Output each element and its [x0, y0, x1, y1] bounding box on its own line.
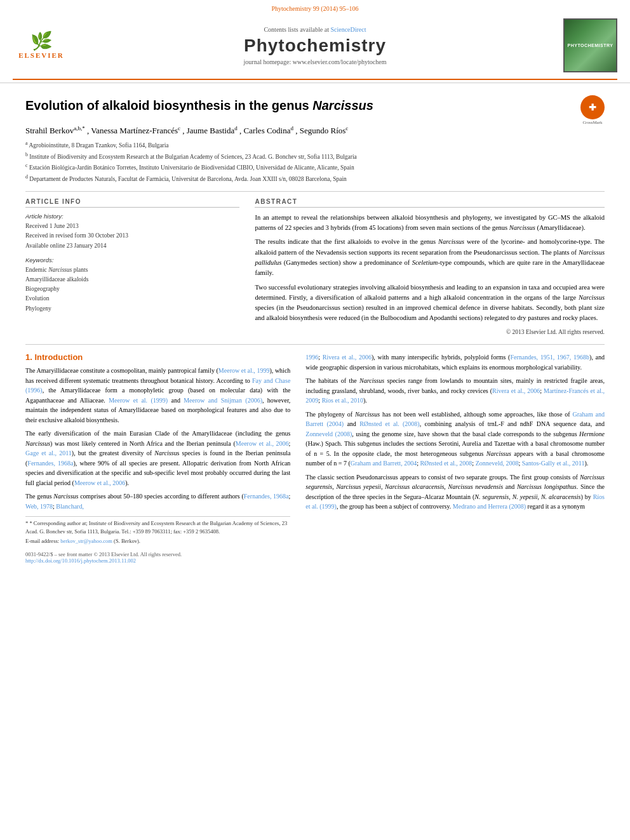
abstract-col: ABSTRACT In an attempt to reveal the rel… — [255, 198, 605, 337]
elsevier-logo-area: 🌿 ELSEVIER — [13, 30, 89, 62]
intro-right-para-2: The habitats of the Narcissus species ra… — [305, 376, 605, 406]
keyword-2: Amaryillidaceae alkaloids — [25, 275, 239, 284]
contents-line: Contents lists available at ScienceDirec… — [89, 26, 541, 33]
cover-image: PHYTOCHEMISTRY — [563, 18, 617, 72]
article-body: Evolution of alkaloid biosynthesis in th… — [0, 83, 630, 570]
abstract-para-1: In an attempt to reveal the relationship… — [255, 213, 605, 234]
article-info-header: ARTICLE INFO — [25, 198, 239, 208]
ref-meerow1999[interactable]: Meerow et al., 1999 — [218, 367, 270, 374]
ref-zonneveld2008b[interactable]: Zonneveld, 2008 — [476, 460, 519, 467]
footer-copyright: 0031-9422/$ – see front matter © 2013 El… — [25, 551, 290, 557]
abstract-header: ABSTRACT — [255, 198, 605, 208]
intro-para-2: The early diversification of the main Eu… — [25, 429, 290, 488]
intro-left-col: 1. Introduction The Amaryillidaceae cons… — [25, 352, 290, 564]
doi-link[interactable]: http://dx.doi.org/10.1016/j.phytochem.20… — [25, 557, 136, 564]
keyword-1: Endemic Narcissus plants — [25, 265, 239, 275]
ref-fay1996[interactable]: Fay and Chase (1996) — [25, 377, 290, 394]
footnote-star: * * Corresponding author at; Institute o… — [25, 519, 290, 535]
ref-meerow1999b[interactable]: Meerow et al. (1999) — [109, 397, 168, 404]
ref-fernandes-poly[interactable]: Fernandes, 1951, 1967, 1968b — [510, 354, 589, 361]
ref-blanchard[interactable]: Blanchard, — [56, 503, 84, 510]
affiliation-d: d Departament de Productes Naturals, Fac… — [25, 173, 605, 183]
intro-right-para-4: The classic section Pseudonarcissus appe… — [305, 472, 605, 512]
journal-name: Phytochemistry — [89, 36, 541, 56]
journal-header: Phytochemistry 99 (2014) 95–106 🌿 ELSEVI… — [0, 0, 630, 83]
ref-meerow2006[interactable]: Meerow and Snijman (2006) — [184, 397, 262, 404]
section-divider — [25, 344, 605, 345]
authors-line: Strahil Berkova,b,* , Vanessa Martínez-F… — [25, 125, 605, 136]
ref-santos2011[interactable]: Santos-Gally et al., 2011 — [522, 460, 585, 467]
title-section: Evolution of alkaloid biosynthesis in th… — [25, 90, 605, 192]
journal-title-area: Contents lists available at ScienceDirec… — [89, 26, 541, 65]
abstract-para-3: Two successful evolutionary strategies i… — [255, 283, 605, 324]
ref-rios2010[interactable]: Ríos et al., 2010 — [322, 397, 363, 404]
copyright-line: © 2013 Elsevier Ltd. All rights reserved… — [255, 328, 605, 337]
ref-zonneveld2008[interactable]: Zonneveld (2008) — [305, 430, 352, 437]
affiliation-a: a Agrobioinstitute, 8 Dragan Tzankov, So… — [25, 140, 605, 150]
intro-para-3: The genus Narcissus comprises about 50–1… — [25, 491, 290, 511]
intro-heading: 1. Introduction — [25, 352, 290, 362]
abstract-text: In an attempt to reveal the relationship… — [255, 213, 605, 337]
footer-info: 0031-9422/$ – see front matter © 2013 El… — [25, 551, 290, 564]
ref-meerow2006b[interactable]: Meerow et al., 2006 — [236, 440, 289, 447]
ref-graham2004b[interactable]: Graham and Barrett, 2004 — [351, 460, 417, 467]
tree-icon: 🌿 — [30, 32, 53, 50]
info-abstract-section: ARTICLE INFO Article history: Received 1… — [25, 198, 605, 337]
ref-fernandes1968a[interactable]: Fernandes, 1968a — [27, 460, 73, 467]
intro-right-col: 1996; Rivera et al., 2006), with many in… — [305, 352, 605, 564]
introduction-section: 1. Introduction The Amaryillidaceae cons… — [25, 352, 605, 564]
ref-gage2011[interactable]: Gage et al., 2011 — [25, 450, 72, 457]
journal-homepage: journal homepage: www.elsevier.com/locat… — [89, 58, 541, 65]
intro-right-para-1: 1996; Rivera et al., 2006), with many in… — [305, 352, 605, 372]
ref-ronsted2008[interactable]: RØnsted et al. (2008) — [359, 420, 420, 427]
available-date: Available online 23 January 2014 — [25, 242, 239, 250]
ref-1996[interactable]: 1996 — [305, 354, 318, 361]
received-date: Received 1 June 2013 — [25, 222, 239, 230]
elsevier-label: ELSEVIER — [18, 51, 64, 59]
history-label: Article history: — [25, 213, 239, 220]
ref-rivera2006[interactable]: Rivera et al., 2006 — [323, 354, 372, 361]
ref-graham2004[interactable]: Graham and Barrett (2004) — [305, 411, 605, 428]
affiliation-c: c Estación Biológica-Jardín Botánico Tor… — [25, 162, 605, 172]
ref-rivera2006b[interactable]: Rivera et al., 2006 — [492, 387, 540, 394]
keyword-4: Evolution — [25, 294, 239, 303]
keyword-3: Biogeography — [25, 284, 239, 294]
intro-body-right: 1996; Rivera et al., 2006), with many in… — [305, 352, 605, 512]
elsevier-logo: 🌿 ELSEVIER — [13, 30, 70, 62]
affiliations: a Agrobioinstitute, 8 Dragan Tzankov, So… — [25, 140, 605, 183]
journal-top-line: Phytochemistry 99 (2014) 95–106 — [13, 5, 617, 12]
abstract-para-2: The results indicate that the first alka… — [255, 237, 605, 278]
keyword-5: Phylogeny — [25, 304, 239, 314]
ref-meerow2006c[interactable]: Meerow et al., 2006 — [74, 479, 125, 486]
intro-body-left: The Amaryillidaceae constitute a cosmopo… — [25, 366, 290, 511]
sciencedirect-link[interactable]: ScienceDirect — [330, 26, 366, 33]
footer-doi: http://dx.doi.org/10.1016/j.phytochem.20… — [25, 557, 290, 564]
article-title: Evolution of alkaloid biosynthesis in th… — [25, 98, 373, 113]
revised-date: Received in revised form 30 October 2013 — [25, 232, 239, 240]
ref-ronsted2008b[interactable]: RØnsted et al., 2008 — [420, 460, 472, 467]
ref-web1978[interactable]: Web, 1978 — [25, 503, 53, 510]
and-text: and — [596, 420, 605, 427]
phytochem-cover: PHYTOCHEMISTRY — [541, 18, 617, 72]
footnote-section: * * Corresponding author at; Institute o… — [25, 516, 290, 545]
footnote-email: E-mail address: berkov_str@yahoo.com (S.… — [25, 537, 290, 545]
keywords-label: Keywords: — [25, 257, 239, 263]
crossmark-badge: ✚ CrossMark — [580, 95, 605, 125]
intro-right-para-3: The phylogeny of Narcissus has not been … — [305, 410, 605, 469]
intro-para-1: The Amaryillidaceae constitute a cosmopo… — [25, 366, 290, 425]
affiliation-b: b Institute of Biodiversity and Ecosyste… — [25, 151, 605, 161]
email-link[interactable]: berkov_str@yahoo.com — [60, 538, 112, 544]
header-divider — [13, 79, 617, 80]
ref-fernandes1968b[interactable]: Fernandes, 1968a — [244, 493, 289, 500]
article-info-col: ARTICLE INFO Article history: Received 1… — [25, 198, 239, 337]
ref-medrano2008[interactable]: Medrano and Herrera (2008) — [453, 503, 526, 510]
